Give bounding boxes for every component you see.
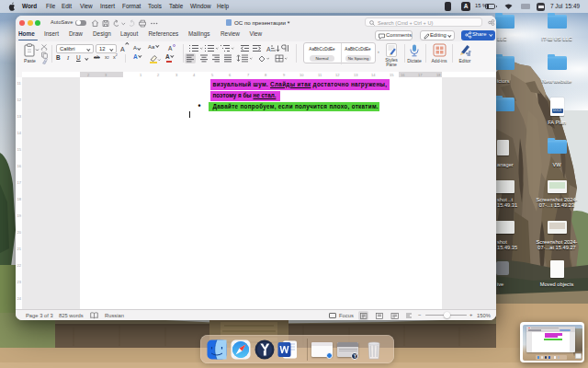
svg-text:A: A (266, 46, 271, 52)
